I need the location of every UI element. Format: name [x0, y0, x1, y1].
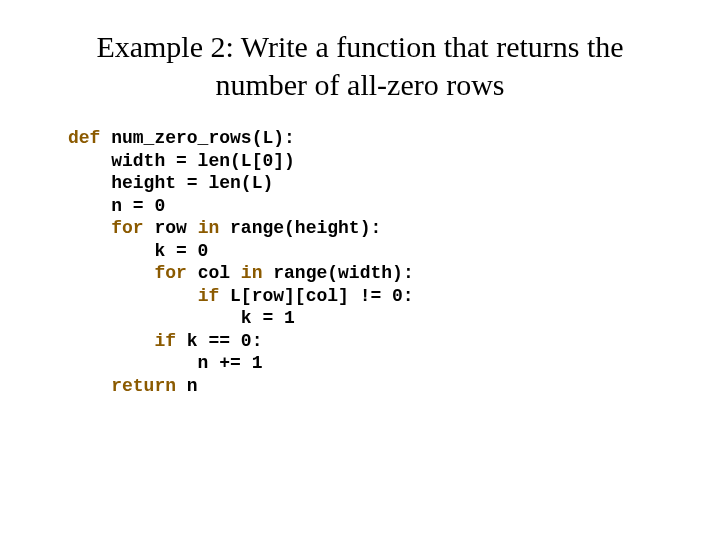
- code-line-3: height = len(L): [68, 173, 273, 193]
- code-line-9: k = 1: [68, 308, 295, 328]
- keyword-def: def: [68, 128, 100, 148]
- code-line-2: width = len(L[0]): [68, 151, 295, 171]
- keyword-if: if: [198, 286, 220, 306]
- code-line-12: return n: [68, 376, 198, 396]
- keyword-return: return: [111, 376, 176, 396]
- code-line-4: n = 0: [68, 196, 165, 216]
- code-line-11: n += 1: [68, 353, 262, 373]
- keyword-for: for: [111, 218, 143, 238]
- title-line-1: Example 2: Write a function that returns…: [96, 30, 623, 63]
- code-line-1: def num_zero_rows(L):: [68, 128, 295, 148]
- code-line-6: k = 0: [68, 241, 208, 261]
- code-line-10: if k == 0:: [68, 331, 262, 351]
- code-line-5: for row in range(height):: [68, 218, 381, 238]
- keyword-if: if: [154, 331, 176, 351]
- title-line-2: number of all-zero rows: [215, 68, 504, 101]
- slide-title: Example 2: Write a function that returns…: [60, 28, 660, 103]
- keyword-in: in: [198, 218, 220, 238]
- code-block: def num_zero_rows(L): width = len(L[0]) …: [68, 127, 660, 397]
- code-line-8: if L[row][col] != 0:: [68, 286, 414, 306]
- keyword-in: in: [241, 263, 263, 283]
- code-line-7: for col in range(width):: [68, 263, 414, 283]
- keyword-for: for: [154, 263, 186, 283]
